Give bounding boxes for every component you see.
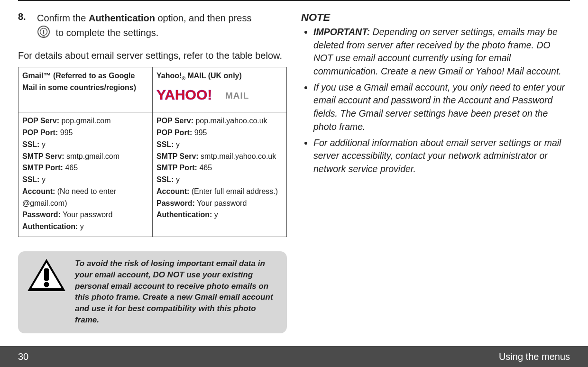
note-item-1: IMPORTANT: Depending on server settings,… (313, 26, 570, 78)
yahoo-mail-logo: YAHOO! MAIL (156, 85, 283, 108)
yahoo-smtp-serv-value: smtp.mail.yahoo.co.uk (199, 152, 276, 160)
step-text-after: to complete the settings. (53, 28, 158, 38)
step-number: 8. (18, 11, 30, 42)
step-8: 8. Confirm the Authentication option, an… (18, 11, 287, 42)
page-number: 30 (18, 351, 28, 362)
warning-text: To avoid the risk of losing important em… (75, 258, 278, 326)
gmail-pop-port-label: POP Port: (22, 128, 58, 137)
yahoo-pop-port-value: 995 (192, 128, 207, 137)
svg-text:YAHOO!: YAHOO! (156, 87, 212, 102)
left-column: 8. Confirm the Authentication option, an… (18, 11, 287, 333)
gmail-header-line1: Gmail™ (Referred to as Google (22, 72, 135, 80)
warning-callout: To avoid the risk of losing important em… (18, 251, 287, 333)
yahoo-header-a: Yahoo! (156, 72, 182, 80)
svg-point-11 (44, 282, 49, 287)
gmail-account-label: Account: (22, 187, 55, 195)
authentication-word: Authentication (89, 13, 155, 23)
yahoo-settings-cell: POP Serv: pop.mail.yahoo.co.uk POP Port:… (153, 112, 287, 237)
server-settings-table: Gmail™ (Referred to as Google Mail in so… (18, 67, 287, 237)
gmail-smtp-serv-value: smtp.gmail.com (64, 152, 119, 160)
yahoo-account-value: (Enter full email address.) (189, 187, 278, 195)
note-heading: NOTE (301, 11, 570, 24)
details-paragraph: For details about email server settings,… (18, 49, 287, 62)
yahoo-password-value: Your password (195, 199, 247, 207)
yahoo-smtp-serv-label: SMTP Serv: (156, 152, 199, 160)
yahoo-pop-serv-value: pop.mail.yahoo.co.uk (193, 117, 267, 125)
yahoo-ssl1-label: SSL: (156, 140, 174, 148)
yahoo-auth-label: Authentication: (156, 211, 212, 219)
yahoo-pop-serv-label: POP Serv: (156, 117, 193, 125)
svg-text:MAIL: MAIL (225, 91, 249, 101)
yahoo-auth-value: y (212, 211, 218, 219)
gmail-auth-label: Authentication: (22, 222, 78, 230)
right-column: NOTE IMPORTANT: Depending on server sett… (301, 11, 570, 333)
yahoo-smtp-port-label: SMTP Port: (156, 164, 197, 172)
page-body: 8. Confirm the Authentication option, an… (0, 8, 588, 333)
gmail-settings-cell: POP Serv: pop.gmail.com POP Port: 995 SS… (18, 112, 153, 237)
yahoo-password-label: Password: (156, 199, 195, 207)
yahoo-smtp-port-value: 465 (197, 164, 212, 172)
yahoo-ssl1-value: y (174, 140, 179, 148)
step-text-mid: option, and then press (155, 13, 251, 23)
yahoo-account-label: Account: (156, 187, 189, 195)
note-item-2: If you use a Gmail email account, you on… (313, 81, 570, 134)
svg-rect-10 (44, 268, 49, 281)
gmail-smtp-serv-label: SMTP Serv: (22, 152, 64, 160)
yahoo-ssl2-label: SSL: (156, 175, 174, 184)
yahoo-registered: ® (182, 76, 185, 81)
step-text-before: Confirm the (37, 13, 89, 23)
gmail-header-cell: Gmail™ (Referred to as Google Mail in so… (18, 67, 153, 112)
gmail-ssl1-label: SSL: (22, 140, 39, 148)
section-title: Using the menus (499, 351, 570, 362)
gmail-pop-serv-label: POP Serv: (22, 117, 59, 125)
gmail-ssl2-value: y (39, 175, 45, 184)
gmail-smtp-port-value: 465 (63, 164, 78, 172)
gmail-ssl1-value: y (39, 140, 45, 148)
gmail-smtp-port-label: SMTP Port: (22, 164, 63, 172)
yahoo-header-cell: Yahoo!® MAIL (UK only) YAHOO! MAIL (153, 67, 287, 112)
note-list: IMPORTANT: Depending on server settings,… (301, 26, 570, 176)
gmail-pop-serv-value: pop.gmail.com (59, 117, 111, 125)
warning-icon (27, 258, 66, 295)
yahoo-ssl2-value: y (174, 175, 179, 184)
gmail-password-value: Your password (61, 211, 112, 219)
gmail-header-line2: Mail in some countries/regions) (22, 83, 136, 92)
gmail-auth-value: y (78, 222, 83, 230)
ok-button-icon: OK (37, 25, 50, 42)
gmail-password-label: Password: (22, 211, 61, 219)
step-text: Confirm the Authentication option, and t… (37, 11, 251, 42)
note-item-3: For additional information about email s… (313, 137, 570, 176)
page-footer: 30 Using the menus (0, 346, 588, 367)
note-important-label: IMPORTANT: (313, 27, 370, 37)
yahoo-pop-port-label: POP Port: (156, 128, 192, 137)
gmail-pop-port-value: 995 (58, 128, 73, 137)
gmail-ssl2-label: SSL: (22, 175, 39, 184)
yahoo-header-b: MAIL (UK only) (185, 72, 242, 80)
svg-text:OK: OK (42, 35, 46, 38)
